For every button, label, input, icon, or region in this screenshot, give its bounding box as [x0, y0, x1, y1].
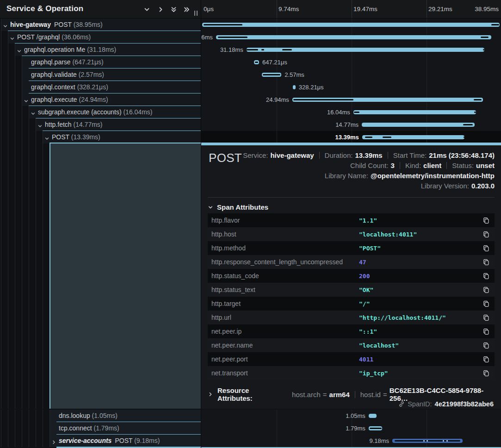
span-row[interactable]: POST (13.39ms)13.39ms [0, 131, 501, 143]
span-duration-bar[interactable] [292, 98, 483, 102]
attribute-row: http.flavor"1.1" [208, 213, 495, 227]
span-attributes-header[interactable]: Span Attributes [208, 203, 268, 211]
indent-guide [8, 131, 8, 143]
span-timeline-cell[interactable]: 2.57ms [201, 68, 501, 81]
span-name-cell[interactable]: graphql.validate (2.57ms) [0, 68, 201, 81]
span-duration-bar[interactable] [254, 60, 259, 64]
span-row[interactable]: dns.lookup (1.05ms)1.05ms [0, 410, 501, 422]
copy-icon[interactable] [482, 341, 490, 349]
indent-guide [22, 81, 22, 93]
span-timeline-cell[interactable]: 31.18ms [201, 44, 501, 56]
span-name-cell[interactable]: graphql.parse (647.21μs) [0, 56, 201, 68]
span-duration-bar[interactable] [247, 48, 485, 52]
span-duration-bar[interactable] [262, 73, 281, 77]
copy-icon[interactable] [482, 216, 490, 224]
expand-chevron-icon[interactable] [37, 122, 43, 128]
span-name-cell[interactable]: service-accounts POST (9.18ms) [0, 435, 201, 447]
span-row[interactable]: graphql.context (328.21μs)328.21μs [0, 81, 501, 93]
copy-icon[interactable] [482, 327, 490, 336]
span-timeline-cell[interactable] [201, 19, 501, 31]
span-name-cell[interactable]: POST /graphql (36.06ms) [0, 31, 201, 44]
span-timeline-cell[interactable]: 36.06ms [201, 31, 501, 44]
copy-icon[interactable] [482, 258, 490, 266]
expand-chevron-icon[interactable] [31, 110, 36, 115]
span-timeline-cell[interactable]: 9.18ms [201, 435, 501, 447]
link-icon[interactable] [398, 401, 405, 407]
attribute-value: "OK" [359, 286, 482, 293]
copy-icon[interactable] [482, 299, 490, 308]
meta-label: Library Name: [325, 172, 368, 180]
span-name-cell[interactable]: subgraph.execute (accounts) (16.04ms) [0, 106, 201, 118]
span-name-cell[interactable]: hive-gateway POST (38.95ms) [0, 19, 201, 31]
span-timeline-cell[interactable]: 1.79ms [201, 422, 501, 435]
copy-icon[interactable] [482, 286, 490, 294]
span-timeline-cell[interactable]: 13.39ms [201, 131, 501, 143]
span-name-cell[interactable]: tcp.connect (1.79ms) [0, 422, 201, 435]
indent-guide [1, 422, 1, 435]
span-row[interactable]: service-accounts POST (9.18ms)9.18ms [0, 435, 501, 447]
span-duration-bar[interactable] [216, 35, 491, 39]
double-chevron-right-icon[interactable] [182, 5, 191, 13]
span-row[interactable]: graphql.validate (2.57ms)2.57ms [0, 68, 501, 81]
span-duration-bar[interactable] [202, 23, 500, 27]
span-timeline-cell[interactable]: 1.05ms [201, 410, 501, 422]
span-row[interactable]: subgraph.execute (accounts) (16.04ms)16.… [0, 106, 501, 118]
span-row[interactable]: graphql.parse (647.21μs)647.21μs [0, 56, 501, 68]
span-duration-bar[interactable] [362, 135, 464, 139]
span-row[interactable]: tcp.connect (1.79ms)1.79ms [0, 422, 501, 435]
span-duration-bar[interactable] [392, 439, 463, 443]
self-time-segment [204, 24, 242, 25]
span-name-cell[interactable]: POST (13.39ms) [0, 131, 201, 143]
copy-icon[interactable] [482, 313, 490, 322]
span-timeline-cell[interactable]: 328.21μs [201, 81, 501, 93]
expand-chevron-icon[interactable] [3, 22, 8, 28]
span-row[interactable]: graphql.execute (24.94ms)24.94ms [0, 93, 501, 106]
span-name-cell[interactable]: http.fetch (14.77ms) [0, 118, 201, 131]
expand-chevron-icon[interactable] [44, 135, 50, 140]
span-duration-bar[interactable] [362, 123, 475, 127]
indent-guide [1, 106, 1, 118]
indent-guide [8, 31, 8, 44]
indent-guide [1, 68, 1, 81]
span-duration-bar[interactable] [369, 414, 377, 418]
meta-separator [388, 152, 388, 159]
span-name-cell[interactable]: dns.lookup (1.05ms) [0, 410, 201, 422]
column-resize-grip[interactable] [194, 11, 198, 16]
span-row[interactable]: POST /graphql (36.06ms)36.06ms [0, 31, 501, 44]
span-row[interactable]: hive-gateway POST (38.95ms) [0, 19, 501, 31]
column-divider[interactable] [201, 0, 201, 448]
double-chevron-down-icon[interactable] [169, 5, 178, 13]
span-row[interactable]: http.fetch (14.77ms)14.77ms [0, 118, 501, 131]
span-timeline-cell[interactable]: 16.04ms [201, 106, 501, 118]
resource-attributes-row[interactable]: Resource Attributes: host.arch=arm64host… [208, 386, 501, 402]
copy-icon[interactable] [482, 355, 490, 363]
detail-meta-line: Child Count:3Kind:clientStatus:unset [243, 160, 495, 170]
span-timeline-cell[interactable]: 647.21μs [201, 56, 501, 68]
service-name: hive-gateway [10, 21, 51, 28]
chevron-down-icon[interactable] [142, 5, 151, 13]
copy-icon[interactable] [482, 230, 490, 238]
copy-icon[interactable] [482, 244, 490, 252]
span-name-cell[interactable]: graphql.operation Me (31.18ms) [0, 44, 201, 56]
expand-chevron-icon[interactable] [17, 47, 22, 53]
expand-chevron-icon[interactable] [24, 97, 29, 103]
attribute-key: net.peer.name [211, 342, 359, 349]
span-timeline-cell[interactable]: 24.94ms [201, 93, 501, 106]
chevron-right-icon[interactable] [156, 5, 165, 13]
copy-icon[interactable] [482, 272, 490, 280]
expand-chevron-icon[interactable] [10, 35, 15, 40]
chevron-down-icon [208, 205, 213, 210]
span-row[interactable]: graphql.operation Me (31.18ms)31.18ms [0, 44, 501, 56]
span-duration-bar[interactable] [369, 426, 383, 430]
copy-icon[interactable] [482, 369, 490, 377]
span-name-cell[interactable]: graphql.execute (24.94ms) [0, 93, 201, 106]
span-timeline-cell[interactable]: 14.77ms [201, 118, 501, 131]
span-duration-bar[interactable] [293, 85, 295, 89]
span-duration-bar[interactable] [353, 110, 476, 114]
indent-guide [29, 410, 29, 422]
span-duration-text: (31.18ms) [87, 46, 116, 53]
expand-chevron-icon[interactable] [51, 438, 57, 444]
span-name-cell[interactable]: graphql.context (328.21μs) [0, 81, 201, 93]
self-time-segment [282, 49, 292, 50]
indent-guide [36, 131, 36, 143]
